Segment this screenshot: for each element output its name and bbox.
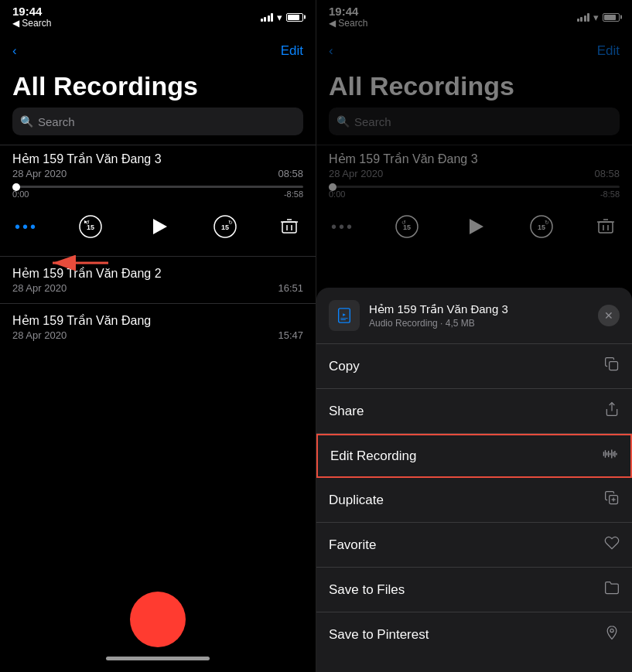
left-recording-2-meta: 28 Apr 2020 16:51: [12, 282, 303, 294]
context-share-item[interactable]: Share: [316, 389, 632, 434]
context-duplicate-label: Duplicate: [329, 493, 384, 508]
context-menu-header: Hẻm 159 Trần Văn Đang 3 Audio Recording …: [316, 288, 632, 344]
left-panel: 19:44 ◀ Search ▾ ‹ Edit All Recordings 🔍…: [0, 0, 316, 672]
left-dots-icon: •••: [15, 218, 38, 236]
left-recording-3-meta: 28 Apr 2020 15:47: [12, 329, 303, 341]
left-recording-2[interactable]: Hẻm 159 Trần Văn Đang 2 28 Apr 2020 16:5…: [0, 256, 316, 303]
left-controls: ••• 15 ↺ 15 ↻: [0, 205, 316, 256]
context-favorite-item[interactable]: Favorite: [316, 523, 632, 568]
context-edit-recording-item[interactable]: Edit Recording: [316, 434, 632, 478]
heart-icon: [604, 535, 620, 554]
left-recording-3-duration: 15:47: [278, 329, 303, 341]
svg-point-44: [610, 629, 613, 632]
left-status-right: ▾: [261, 12, 304, 23]
context-save-pinterest-item[interactable]: Save to Pinterest: [316, 612, 632, 657]
left-trash-icon: [280, 217, 299, 236]
left-active-date: 28 Apr 2020: [12, 168, 67, 179]
share-icon: [604, 401, 620, 421]
left-recording-2-date: 28 Apr 2020: [12, 282, 67, 294]
left-forward-button[interactable]: 15 ↻: [211, 213, 239, 240]
signal-bar-3: [268, 15, 270, 22]
left-progress-bar[interactable]: [12, 186, 303, 188]
signal-bar-1: [261, 19, 263, 22]
pin-icon: [604, 625, 620, 644]
left-active-recording[interactable]: Hẻm 159 Trần Văn Đang 3 28 Apr 2020 08:5…: [0, 145, 316, 179]
left-time-row: 0:00 -8:58: [12, 189, 303, 199]
copy-icon: [604, 356, 620, 376]
svg-rect-7: [282, 222, 296, 233]
left-search-icon: 🔍: [20, 115, 33, 128]
left-back-button[interactable]: ‹: [12, 43, 17, 59]
left-status-left: 19:44 ◀ Search: [12, 5, 51, 29]
context-save-pinterest-label: Save to Pinterest: [329, 627, 429, 643]
left-recording-2-title: Hẻm 159 Trần Văn Đang 2: [12, 267, 162, 280]
battery-fill: [288, 15, 299, 20]
context-share-label: Share: [329, 404, 364, 419]
folder-icon: [604, 580, 620, 599]
left-recording-3[interactable]: Hẻm 159 Trần Văn Đang 28 Apr 2020 15:47: [0, 303, 316, 350]
context-close-button[interactable]: ✕: [598, 305, 620, 326]
left-play-icon: [142, 211, 173, 242]
left-time: 19:44: [12, 5, 51, 17]
context-file-icon: [329, 300, 360, 331]
audio-file-icon: [336, 307, 353, 324]
left-status-bar: 19:44 ◀ Search ▾: [0, 0, 316, 34]
left-recording-3-date: 28 Apr 2020: [12, 329, 67, 341]
context-save-files-label: Save to Files: [329, 582, 405, 598]
context-duplicate-item[interactable]: Duplicate: [316, 478, 632, 523]
right-panel: 19:44 ◀ Search ▾ ‹ Edit All Recordings 🔍…: [316, 0, 632, 672]
duplicate-icon: [604, 490, 620, 510]
left-delete-button[interactable]: [275, 213, 303, 240]
svg-text:↻: ↻: [228, 220, 233, 225]
left-recording-2-duration: 16:51: [278, 282, 303, 294]
left-progress-dot: [12, 183, 20, 191]
left-back[interactable]: ◀ Search: [12, 18, 51, 29]
svg-rect-28: [610, 362, 618, 370]
left-remaining-time: -8:58: [284, 189, 303, 199]
left-active-title: Hẻm 159 Trần Văn Đang 3: [12, 152, 162, 165]
left-more-button[interactable]: •••: [12, 213, 40, 240]
left-active-duration: 08:58: [278, 168, 303, 179]
context-copy-label: Copy: [329, 359, 360, 374]
context-menu: Hẻm 159 Trần Văn Đang 3 Audio Recording …: [316, 288, 632, 672]
left-bottom-bar: [0, 579, 316, 672]
left-nav-bar: ‹ Edit: [0, 34, 316, 68]
left-recording-3-title: Hẻm 159 Trần Văn Đang: [12, 314, 151, 327]
context-file-name: Hẻm 159 Trần Văn Đang 3: [369, 302, 589, 316]
svg-marker-3: [153, 219, 167, 234]
context-file-info: Hẻm 159 Trần Văn Đang 3 Audio Recording …: [369, 302, 589, 329]
context-favorite-label: Favorite: [329, 537, 376, 553]
left-wifi-icon: ▾: [277, 12, 282, 23]
left-rewind-button[interactable]: 15 ↺: [77, 213, 104, 240]
context-file-meta: Audio Recording · 4,5 MB: [369, 318, 589, 329]
left-edit-button[interactable]: Edit: [281, 43, 303, 59]
left-search-bar[interactable]: 🔍 Search: [12, 107, 303, 135]
left-play-button[interactable]: [141, 210, 175, 244]
svg-text:↺: ↺: [85, 220, 90, 225]
context-edit-recording-label: Edit Recording: [330, 449, 417, 464]
context-copy-item[interactable]: Copy: [316, 344, 632, 389]
waveform-icon: [601, 448, 618, 464]
left-page-title: All Recordings: [0, 68, 316, 107]
left-battery-icon: [286, 13, 303, 22]
left-player: 0:00 -8:58: [0, 179, 316, 205]
left-signal: [261, 12, 274, 22]
context-save-files-item[interactable]: Save to Files: [316, 568, 632, 612]
left-current-time: 0:00: [12, 189, 29, 199]
signal-bar-4: [271, 13, 273, 22]
left-forward-icon: 15 ↻: [213, 214, 237, 239]
left-active-meta: 28 Apr 2020 08:58: [12, 168, 303, 179]
left-search-placeholder: Search: [38, 115, 75, 128]
signal-bar-2: [264, 17, 266, 22]
left-record-button[interactable]: [130, 592, 186, 647]
left-home-indicator: [106, 657, 210, 660]
left-rewind-icon: 15 ↺: [78, 214, 103, 239]
